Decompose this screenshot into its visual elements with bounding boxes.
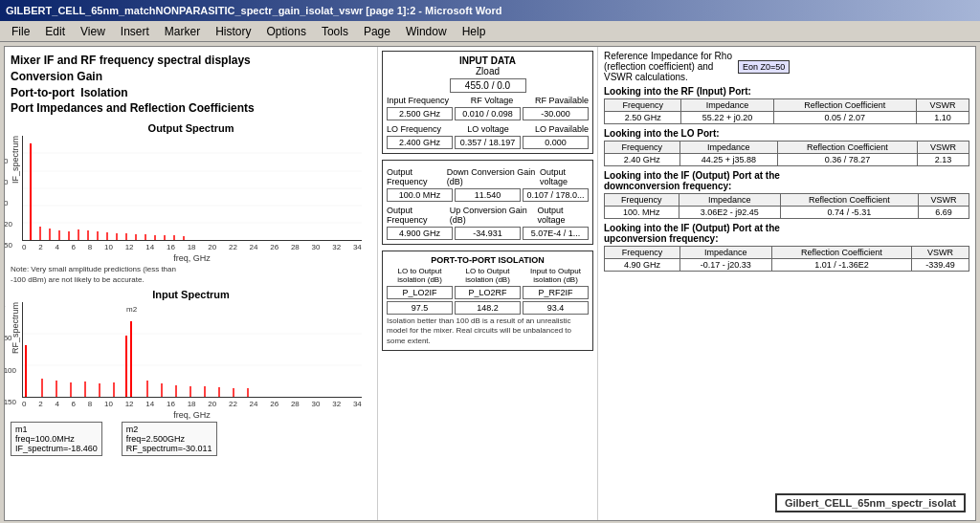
zload-title: Zload [387, 66, 589, 76]
marker-info: m1 freq=100.0MHz IF_spectrum=-18.460 m2 … [11, 422, 371, 456]
menu-edit[interactable]: Edit [37, 23, 73, 40]
ifd-imp: 3.06E2 - j92.45 [679, 207, 780, 219]
output-x-label: freq, GHz [22, 253, 362, 263]
up-gain-label: Up Conversion Gain (dB) [450, 206, 538, 225]
marker1-box: m1 freq=100.0MHz IF_spectrum=-18.460 [11, 422, 102, 456]
rf-pavail-label: RF Pavailable [535, 96, 589, 105]
input-freq-row: 2.500 GHz 0.010 / 0.098 -30.000 [387, 107, 589, 120]
rf-imp: 55.22 + j0.20 [681, 112, 773, 124]
lo-freq: 2.40 GHz [605, 154, 680, 166]
up-conv-row: 4.900 GHz -34.931 5.07E-4 / 1... [387, 227, 589, 240]
menu-marker[interactable]: Marker [157, 23, 208, 40]
iso-labels-row: LO to Outputisolation (dB) LO to Outputi… [387, 267, 589, 284]
ifu-th-vswr: VSWR [912, 247, 969, 259]
menu-history[interactable]: History [208, 23, 258, 40]
lo-th-freq: Frequency [605, 142, 680, 154]
menu-options[interactable]: Options [259, 23, 314, 40]
input-x-label: freq, GHz [22, 410, 362, 420]
lo-output-iso-label: LO to Outputisolation (dB) [387, 267, 453, 284]
left-panel: Mixer IF and RF frequency spectral displ… [5, 47, 378, 520]
ifd-th-freq: Frequency [605, 194, 679, 207]
if-down-row: 100. MHz 3.06E2 - j92.45 0.74 / -5.31 6.… [605, 207, 969, 219]
down-gain-label: Down Conversion Gain (dB) [447, 167, 540, 186]
marker2-freq: freq=2.500GHz [126, 434, 212, 444]
zload-value: 455.0 / 0.0 [450, 78, 526, 93]
prf2if-label: P_RF2IF [523, 286, 589, 299]
menu-page[interactable]: Page [356, 23, 398, 40]
marker1-freq: freq=100.0MHz [15, 434, 98, 444]
port-isolation-box: PORT-TO-PORT ISOLATION LO to Outputisola… [382, 251, 593, 351]
output-spectrum-section: Output Spectrum IF_spectrum 0-30-60-90-1… [11, 122, 371, 285]
ifu-freq: 4.90 GHz [605, 259, 680, 272]
iso-note: Isolation better than 100 dB is a result… [387, 316, 589, 346]
lo-th-refl: Reflection Coefficient [777, 142, 917, 154]
menu-tools[interactable]: Tools [314, 23, 356, 40]
input-data-box: INPUT DATA Zload 455.0 / 0.0 Input Frequ… [382, 51, 593, 154]
down-conv-row: 100.0 MHz 11.540 0.107 / 178.0... [387, 188, 589, 202]
ifd-vswr: 6.69 [918, 207, 969, 219]
menu-file[interactable]: File [4, 23, 37, 40]
rf-refl: 0.05 / 2.07 [773, 112, 916, 124]
input-x-axis: 0246810121416182022242628303234 [22, 400, 362, 408]
lo-voltage-label: LO voltage [467, 124, 509, 134]
menu-insert[interactable]: Insert [113, 23, 157, 40]
up-conv-header: Output Frequency Up Conversion Gain (dB)… [387, 206, 589, 225]
up-freq-label: Output Frequency [387, 206, 450, 225]
rf-freq: 2.50 GHz [605, 112, 681, 124]
main-content: Mixer IF and RF frequency spectral displ… [4, 46, 976, 521]
menu-view[interactable]: View [73, 23, 113, 40]
lo-vswr: 2.13 [917, 154, 969, 166]
input-y-axis: 0-50-100-150 [4, 302, 16, 406]
prf2if-value: 93.4 [523, 301, 589, 315]
lo-th-vswr: VSWR [917, 142, 969, 154]
rf-table-header: Frequency Impedance Reflection Coefficie… [605, 99, 969, 112]
up-freq-value: 4.900 GHz [387, 227, 453, 240]
lo-pavail-label: LO Pavailable [535, 124, 589, 134]
lo-refl: 0.36 / 78.27 [777, 154, 917, 166]
input-freq-value: 2.500 GHz [387, 107, 453, 120]
lo-port-table: Frequency Impedance Reflection Coefficie… [604, 141, 969, 166]
if-up-title: Looking into the IF (Output) Port at the… [604, 223, 969, 244]
menu-help[interactable]: Help [455, 23, 494, 40]
lo-th-imp: Impedance [679, 142, 777, 154]
input-freq-header: Input Frequency RF Voltage RF Pavailable [387, 96, 589, 105]
input-spectrum-title: Input Spectrum [11, 289, 371, 300]
down-voltage-value: 0.107 / 178.0... [523, 188, 589, 202]
lo-pavail-value: 0.000 [523, 136, 589, 149]
iso-name-row: P_LO2IF P_LO2RF P_RF2IF [387, 286, 589, 299]
lo-port-title: Looking into the LO Port: [604, 128, 969, 139]
down-conv-header: Output Frequency Down Conversion Gain (d… [387, 167, 589, 186]
right-panel: Reference Impedance for Rho(reflection c… [598, 47, 975, 520]
lo-freq-label: LO Frequency [387, 124, 441, 134]
svg-text:m2: m2 [126, 305, 138, 314]
plo2if-label: P_LO2IF [387, 286, 453, 299]
if-up-table: Frequency Impedance Reflection Coefficie… [604, 246, 969, 272]
down-freq-value: 100.0 MHz [387, 188, 453, 202]
lo-voltage-value: 0.357 / 18.197 [455, 136, 521, 149]
out-freq-label: Output Frequency [387, 167, 447, 186]
output-spectrum-svg [22, 136, 362, 241]
z0-badge: Eon Z0=50 [738, 60, 790, 74]
menu-window[interactable]: Window [398, 23, 455, 40]
rf-voltage-label: RF Voltage [471, 96, 514, 105]
rf-th-refl: Reflection Coefficient [773, 99, 916, 112]
lo-freq-row: 2.400 GHz 0.357 / 18.197 0.000 [387, 136, 589, 149]
left-panel-title: Mixer IF and RF frequency spectral displ… [11, 53, 371, 117]
ifu-imp: -0.17 - j20.33 [679, 259, 771, 272]
rf-th-vswr: VSWR [916, 99, 969, 112]
input-spectrum-section: Input Spectrum RF_spectrum 0-50-100-150 … [11, 289, 371, 456]
up-gain-value: -34.931 [455, 227, 521, 240]
if-down-title: Looking into the IF (Output) Port at the… [604, 170, 969, 191]
title-bar: GILBERT_CELL_65nm_matchNONPARASITIC_spec… [0, 0, 980, 21]
if-down-header: Frequency Impedance Reflection Coefficie… [605, 194, 969, 207]
title-bar-text: GILBERT_CELL_65nm_matchNONPARASITIC_spec… [6, 5, 502, 16]
up-voltage-label: Output voltage [538, 206, 589, 225]
rf-th-imp: Impedance [681, 99, 773, 112]
in-out-iso-label: Input to Outputisolation (dB) [523, 267, 589, 284]
rf-vswr: 1.10 [916, 112, 969, 124]
if-down-table: Frequency Impedance Reflection Coefficie… [604, 193, 969, 219]
ifd-th-refl: Reflection Coefficient [780, 194, 918, 207]
rf-port-table: Frequency Impedance Reflection Coefficie… [604, 98, 969, 124]
ifu-vswr: -339.49 [912, 259, 969, 272]
ifu-th-freq: Frequency [605, 247, 680, 259]
